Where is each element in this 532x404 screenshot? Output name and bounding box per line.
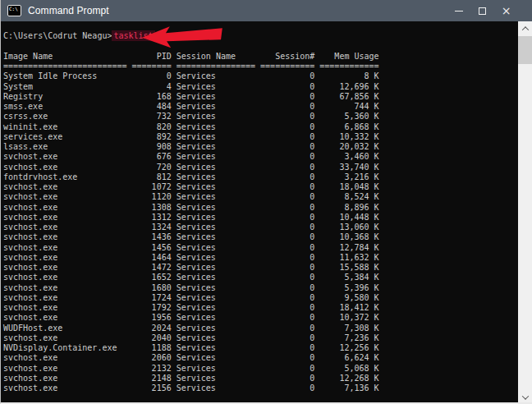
scroll-up-button[interactable] <box>518 21 532 35</box>
blank-line <box>3 42 520 52</box>
process-row: csrss.exe 732 Services 0 5,360 K <box>3 112 520 122</box>
process-row: Registry 168 Services 0 67,856 K <box>3 92 520 102</box>
chevron-up-icon <box>521 26 528 33</box>
process-row: svchost.exe 1120 Services 0 8,524 K <box>3 192 520 202</box>
prompt-path: C:\Users\Codrut Neagu> <box>3 31 112 40</box>
process-row: svchost.exe 676 Services 0 3,460 K <box>3 152 520 162</box>
cmd-icon-glyph: C:\ <box>9 6 18 11</box>
table-header-line: Image Name PID Session Name Session# Mem… <box>3 52 520 62</box>
scrollbar[interactable] <box>518 21 532 404</box>
process-row: WUDFHost.exe 2024 Services 0 7,308 K <box>3 324 520 333</box>
red-arrow-shape <box>142 25 222 48</box>
window-title: Command Prompt <box>28 5 109 16</box>
blank-line <box>3 21 520 31</box>
chevron-down-icon <box>521 393 528 399</box>
maximize-icon <box>479 7 486 15</box>
process-row: smss.exe 484 Services 0 744 K <box>3 102 520 112</box>
process-row: svchost.exe 1956 Services 0 10,372 K <box>3 313 520 323</box>
process-row: svchost.exe 2132 Services 0 5,068 K <box>3 364 520 374</box>
caption-buttons: × <box>447 0 518 21</box>
process-row: lsass.exe 908 Services 0 20,032 K <box>3 142 520 152</box>
scroll-down-button[interactable] <box>518 390 532 404</box>
command-prompt-line: C:\Users\Codrut Neagu>tasklist <box>3 31 520 41</box>
process-row: svchost.exe 1652 Services 0 5,384 K <box>3 273 520 282</box>
process-row: svchost.exe 2060 Services 0 6,624 K <box>3 353 520 363</box>
process-row: svchost.exe 2040 Services 0 7,236 K <box>3 333 520 343</box>
process-row: svchost.exe 1324 Services 0 13,060 K <box>3 223 520 232</box>
close-button[interactable]: × <box>494 0 518 21</box>
process-row: svchost.exe 1472 Services 0 15,588 K <box>3 263 520 273</box>
process-row: svchost.exe 720 Services 0 33,740 K <box>3 163 520 172</box>
process-row: svchost.exe 1072 Services 0 18,048 K <box>3 182 520 192</box>
terminal-output[interactable]: C:\Users\Codrut Neagu>tasklistImage Name… <box>2 21 520 402</box>
scrollbar-thumb[interactable] <box>518 36 532 64</box>
terminal-lines: C:\Users\Codrut Neagu>tasklistImage Name… <box>3 21 520 393</box>
table-separator-line: ========================= ======== =====… <box>3 62 520 71</box>
process-row: svchost.exe 1680 Services 0 5,396 K <box>3 283 520 293</box>
process-row: wininit.exe 820 Services 0 6,868 K <box>3 122 520 132</box>
process-row: svchost.exe 1724 Services 0 9,580 K <box>3 293 520 303</box>
process-row: NVDisplay.Container.exe 1188 Services 0 … <box>3 343 520 353</box>
title-bar[interactable]: C:\ Command Prompt × <box>1 0 532 21</box>
process-row: svchost.exe 1456 Services 0 12,784 K <box>3 243 520 253</box>
process-row: svchost.exe 1312 Services 0 10,448 K <box>3 213 520 223</box>
minimize-button[interactable] <box>447 0 470 21</box>
maximize-button[interactable] <box>470 0 494 21</box>
process-row: svchost.exe 1308 Services 0 8,896 K <box>3 203 520 213</box>
process-row: svchost.exe 1436 Services 0 10,368 K <box>3 232 520 242</box>
process-row: services.exe 892 Services 0 10,332 K <box>3 132 520 142</box>
red-arrow-annotation <box>140 24 225 50</box>
process-row: svchost.exe 2156 Services 0 7,136 K <box>3 383 520 393</box>
process-row: fontdrvhost.exe 812 Services 0 3,216 K <box>3 172 520 182</box>
cmd-icon[interactable]: C:\ <box>7 5 21 16</box>
process-row: svchost.exe 1464 Services 0 11,632 K <box>3 253 520 263</box>
close-icon: × <box>502 5 511 16</box>
process-row: svchost.exe 2148 Services 0 12,268 K <box>3 374 520 383</box>
command-prompt-window: C:\ Command Prompt × C:\Users\Codrut Nea… <box>0 0 532 404</box>
process-row: svchost.exe 1792 Services 0 18,412 K <box>3 303 520 313</box>
process-row: System Idle Process 0 Services 0 8 K <box>3 71 520 81</box>
process-row: System 4 Services 0 12,696 K <box>3 82 520 92</box>
minimize-icon <box>455 11 463 11</box>
